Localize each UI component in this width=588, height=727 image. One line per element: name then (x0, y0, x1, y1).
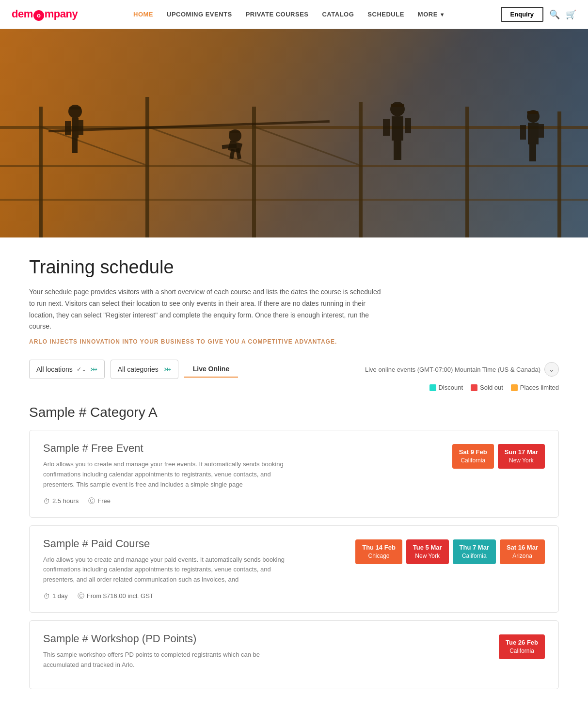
category-filter[interactable]: All categories ⤔ (111, 360, 178, 379)
discount-label: Discount (439, 384, 463, 391)
svg-rect-26 (391, 104, 404, 107)
svg-rect-34 (528, 123, 539, 144)
nav-upcoming-events[interactable]: UPCOMING EVENTS (167, 11, 232, 18)
date-day: Tue 5 Mar (413, 543, 442, 552)
svg-rect-33 (527, 111, 539, 114)
more-chevron-icon: ▼ (440, 12, 445, 17)
nav-private-courses[interactable]: PRIVATE COURSES (246, 11, 309, 18)
event-meta-0-1: ⏱ 1 dayⒸ From $716.00 incl. GST (43, 592, 286, 601)
date-location: New York (413, 552, 442, 560)
enquiry-button[interactable]: Enquiry (501, 7, 543, 22)
event-left-0-2: Sample # Workshop (PD Points)This sample… (43, 632, 286, 677)
svg-rect-8 (557, 111, 561, 237)
legend-soldout: Sold out (471, 384, 503, 391)
date-location: California (506, 647, 538, 655)
legend-bar: Discount Sold out Places limited (29, 384, 559, 391)
svg-rect-17 (72, 138, 75, 153)
clock-icon: ⏱ (43, 592, 50, 600)
svg-rect-6 (359, 102, 363, 237)
date-location: Chicago (362, 552, 396, 560)
date-day: Sat 16 Mar (507, 543, 538, 552)
limited-dot (511, 384, 518, 391)
svg-rect-4 (145, 97, 149, 237)
svg-rect-28 (383, 119, 390, 136)
event-price-0-1: Ⓒ From $716.00 incl. GST (78, 592, 154, 601)
date-badge-0-1-3[interactable]: Sat 16 MarArizona (500, 539, 545, 564)
svg-rect-14 (72, 118, 79, 138)
svg-rect-36 (539, 124, 544, 138)
date-location: New York (505, 457, 538, 465)
date-badge-0-0-1[interactable]: Sun 17 MarNew York (498, 444, 545, 469)
event-desc-0-2: This sample workshop offers PD points to… (43, 650, 286, 670)
svg-rect-0 (0, 126, 588, 129)
svg-rect-2 (0, 199, 588, 201)
event-desc-0-1: Arlo allows you to create and manage you… (43, 555, 286, 585)
date-badge-0-0-0[interactable]: Sat 9 FebCalifornia (452, 444, 494, 469)
search-icon[interactable]: 🔍 (549, 9, 560, 20)
filters-bar: All locations ✓⌄ ⤔ All categories ⤔ Live… (29, 360, 559, 379)
date-location: California (459, 457, 487, 465)
nav-more-dropdown[interactable]: MORE ▼ (418, 11, 445, 18)
svg-rect-13 (69, 107, 81, 110)
page-description: Your schedule page provides visitors wit… (29, 286, 388, 332)
svg-rect-15 (65, 121, 71, 135)
date-day: Tue 26 Feb (506, 638, 538, 647)
svg-rect-7 (465, 107, 469, 237)
category-dropdown-icon: ⤔ (164, 364, 171, 375)
event-meta-0-0: ⏱ 2.5 hoursⒸ Free (43, 497, 286, 506)
nav-home[interactable]: HOME (133, 11, 153, 18)
svg-rect-18 (75, 138, 78, 153)
location-dropdown-icon: ⤔ (90, 364, 97, 375)
event-card-0-2: Sample # Workshop (PD Points)This sample… (29, 620, 559, 689)
date-day: Sat 9 Feb (459, 448, 487, 457)
event-price-0-0: Ⓒ Free (88, 497, 111, 506)
nav-schedule[interactable]: SCHEDULE (367, 11, 404, 18)
event-title-0-1: Sample # Paid Course (43, 537, 286, 550)
svg-rect-16 (79, 120, 83, 135)
event-title-0-0: Sample # Free Event (43, 442, 286, 455)
svg-rect-29 (405, 118, 411, 133)
event-left-0-0: Sample # Free EventArlo allows you to cr… (43, 442, 286, 505)
svg-rect-31 (397, 141, 401, 160)
event-duration-0-1: ⏱ 1 day (43, 592, 68, 600)
date-day: Thu 7 Mar (460, 543, 489, 552)
date-location: California (460, 552, 489, 560)
price-icon: Ⓒ (88, 497, 95, 506)
svg-rect-35 (520, 125, 526, 140)
timezone-label: Live online events (GMT-07:00) Mountain … (365, 366, 540, 373)
event-title-0-2: Sample # Workshop (PD Points) (43, 632, 286, 645)
date-badge-0-1-1[interactable]: Tue 5 MarNew York (406, 539, 449, 564)
timezone-dropdown[interactable]: ⌄ (544, 362, 559, 377)
soldout-dot (471, 384, 477, 391)
legend-limited: Places limited (511, 384, 559, 391)
svg-rect-20 (229, 131, 240, 133)
date-badge-0-1-0[interactable]: Thu 14 FebChicago (355, 539, 402, 564)
event-card-0-0: Sample # Free EventArlo allows you to cr… (29, 430, 559, 517)
price-icon: Ⓒ (78, 592, 84, 601)
event-desc-0-0: Arlo allows you to create and manage you… (43, 459, 286, 490)
cart-icon[interactable]: 🛒 (566, 9, 576, 20)
svg-rect-38 (533, 144, 536, 161)
page-content: Training schedule Your schedule page pro… (0, 237, 588, 716)
page-title: Training schedule (29, 257, 559, 278)
categories-container: Sample # Category ASample # Free EventAr… (29, 405, 559, 689)
nav-catalog[interactable]: CATALOG (322, 11, 354, 18)
event-duration-0-0: ⏱ 2.5 hours (43, 497, 79, 505)
event-dates-0-1: Thu 14 FebChicagoTue 5 MarNew YorkThu 7 … (355, 537, 545, 564)
location-filter[interactable]: All locations ✓⌄ ⤔ (29, 360, 105, 379)
svg-rect-30 (394, 141, 397, 160)
navbar: demompany HOME UPCOMING EVENTS PRIVATE C… (0, 0, 588, 29)
hero-banner (0, 29, 588, 237)
svg-rect-1 (0, 165, 588, 167)
date-location: Arizona (507, 552, 538, 560)
date-badge-0-1-2[interactable]: Thu 7 MarCalifornia (453, 539, 496, 564)
clock-icon: ⏱ (43, 497, 50, 505)
logo[interactable]: demompany (12, 8, 78, 21)
category-filter-label: All categories (118, 365, 159, 373)
date-badge-0-2-0[interactable]: Tue 26 FebCalifornia (499, 634, 545, 659)
filters-right: Live online events (GMT-07:00) Mountain … (365, 362, 559, 377)
location-filter-label: All locations (36, 365, 73, 373)
live-online-tab[interactable]: Live Online (184, 361, 238, 378)
svg-line-11 (252, 126, 359, 165)
legend-discount: Discount (429, 384, 463, 391)
